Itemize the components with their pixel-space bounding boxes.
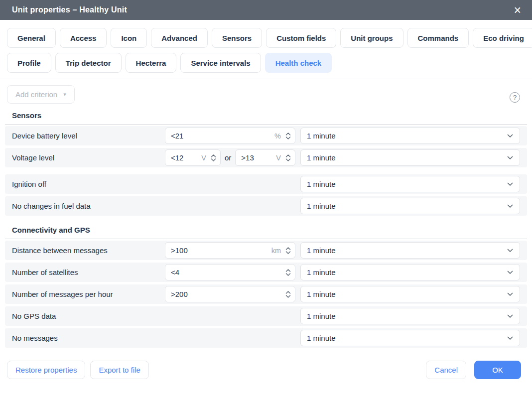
interval-select[interactable]: 1 minute <box>300 330 520 346</box>
unit-label: km <box>271 247 281 255</box>
tab-advanced[interactable]: Advanced <box>151 28 208 48</box>
tab-commands[interactable]: Commands <box>407 28 469 48</box>
criterion-value-input[interactable]: <21% <box>165 128 295 144</box>
unit-properties-dialog: Unit properties – Healthy Unit × General… <box>0 0 532 379</box>
dialog-titlebar: Unit properties – Healthy Unit × <box>0 0 532 20</box>
criteria-sections: SensorsDevice battery level<21%1 minuteV… <box>0 104 532 348</box>
export-to-file-button[interactable]: Export to file <box>90 361 148 379</box>
interval-value: 1 minute <box>307 268 336 276</box>
interval-value: 1 minute <box>307 290 336 298</box>
criterion-value-input[interactable]: <12V <box>165 149 221 166</box>
criterion-row: Device battery level<21%1 minute <box>5 126 527 145</box>
stepper-icon[interactable] <box>285 132 291 140</box>
tab-access[interactable]: Access <box>60 28 107 48</box>
interval-value: 1 minute <box>307 312 336 320</box>
interval-select[interactable]: 1 minute <box>300 242 520 259</box>
tab-general[interactable]: General <box>7 28 56 48</box>
chevron-down-icon <box>507 156 513 160</box>
caret-down-icon: ▾ <box>63 91 66 98</box>
chevron-down-icon <box>507 134 513 138</box>
interval-select[interactable]: 1 minute <box>300 128 520 144</box>
tab-trip-detector[interactable]: Trip detector <box>55 53 122 73</box>
interval-select[interactable]: 1 minute <box>300 176 520 192</box>
criterion-label: No GPS data <box>12 312 165 320</box>
chevron-down-icon <box>507 336 513 340</box>
criterion-label: No messages <box>12 334 165 342</box>
stepper-icon[interactable] <box>285 247 291 255</box>
tab-bar: GeneralAccessIconAdvancedSensorsCustom f… <box>0 20 532 73</box>
criterion-label: Voltage level <box>12 153 165 162</box>
criterion-row: Ignition off1 minute <box>5 174 527 194</box>
criterion-value-input[interactable]: >200 <box>165 286 295 302</box>
criterion-label: Number of messages per hour <box>12 290 165 298</box>
chevron-down-icon <box>507 271 513 274</box>
ok-button[interactable]: OK <box>474 361 521 379</box>
dialog-footer: Restore properties Export to file Cancel… <box>0 350 532 379</box>
add-criterion-button[interactable]: Add criterion ▾ <box>7 85 75 104</box>
criterion-value-input[interactable]: >13V <box>235 149 295 166</box>
interval-value: 1 minute <box>307 153 336 162</box>
close-icon[interactable]: × <box>513 4 522 16</box>
criterion-label: No changes in fuel data <box>12 202 165 210</box>
stepper-icon[interactable] <box>285 269 291 276</box>
criterion-label: Ignition off <box>12 180 165 188</box>
chevron-down-icon <box>507 314 513 318</box>
criterion-row: No GPS data1 minute <box>5 306 527 326</box>
interval-select[interactable]: 1 minute <box>300 198 520 214</box>
chevron-down-icon <box>507 249 513 253</box>
criterion-row: Number of satellites<41 minute <box>5 263 527 282</box>
unit-label: % <box>274 132 281 140</box>
stepper-icon[interactable] <box>285 290 291 298</box>
tab-unit-groups[interactable]: Unit groups <box>340 28 403 48</box>
restore-properties-button[interactable]: Restore properties <box>7 361 85 379</box>
add-criterion-label: Add criterion <box>15 90 57 99</box>
cancel-button[interactable]: Cancel <box>426 361 466 379</box>
criterion-row: Voltage level<12Vor>13V1 minute <box>5 148 527 167</box>
interval-value: 1 minute <box>307 180 336 188</box>
criterion-row: No changes in fuel data1 minute <box>5 196 527 216</box>
stepper-icon[interactable] <box>285 154 291 162</box>
footer-right-actions: Cancel OK <box>426 361 521 379</box>
or-label: or <box>224 153 232 162</box>
tab-service-intervals[interactable]: Service intervals <box>180 53 261 73</box>
tab-eco-driving[interactable]: Eco driving <box>473 28 532 48</box>
section-rows: Distance between messages>100km1 minuteN… <box>5 239 527 348</box>
unit-label: V <box>276 154 281 162</box>
criterion-value: >13 <box>241 153 274 162</box>
criterion-value-input[interactable]: >100km <box>165 242 295 259</box>
criterion-row: Distance between messages>100km1 minute <box>5 241 527 260</box>
chevron-down-icon <box>507 182 513 186</box>
criterion-label: Device battery level <box>12 132 165 140</box>
criterion-inputs: >100km <box>165 242 295 259</box>
dialog-title: Unit properties – Healthy Unit <box>12 5 127 14</box>
interval-value: 1 minute <box>307 334 336 342</box>
criterion-value: >200 <box>171 290 285 298</box>
criterion-inputs: <21% <box>165 128 295 144</box>
interval-value: 1 minute <box>307 246 336 255</box>
interval-select[interactable]: 1 minute <box>300 286 520 302</box>
tab-hecterra[interactable]: Hecterra <box>126 53 177 73</box>
tab-sensors[interactable]: Sensors <box>212 28 262 48</box>
tab-custom-fields[interactable]: Custom fields <box>266 28 336 48</box>
criterion-value-input[interactable]: <4 <box>165 264 295 280</box>
tab-icon[interactable]: Icon <box>111 28 147 48</box>
interval-value: 1 minute <box>307 202 336 210</box>
criterion-value: <21 <box>171 132 272 140</box>
section-rows: Device battery level<21%1 minuteVoltage … <box>5 124 527 216</box>
interval-value: 1 minute <box>307 132 336 140</box>
interval-select[interactable]: 1 minute <box>300 149 520 166</box>
tab-health-check[interactable]: Health check <box>265 53 332 73</box>
chevron-down-icon <box>507 292 513 296</box>
stepper-icon[interactable] <box>211 154 216 162</box>
tab-profile[interactable]: Profile <box>7 53 51 73</box>
interval-select[interactable]: 1 minute <box>300 264 520 280</box>
criterion-value: <12 <box>171 153 199 162</box>
criteria-section: SensorsDevice battery level<21%1 minuteV… <box>0 104 532 216</box>
criterion-inputs: <4 <box>165 264 295 280</box>
section-title: Connectivity and GPS <box>0 218 532 239</box>
tab-row: ProfileTrip detectorHecterraService inte… <box>7 53 525 73</box>
criteria-toolbar: Add criterion ▾ ? <box>0 79 532 104</box>
interval-select[interactable]: 1 minute <box>300 308 520 324</box>
criterion-row: No messages1 minute <box>5 328 527 348</box>
help-icon[interactable]: ? <box>510 92 520 103</box>
